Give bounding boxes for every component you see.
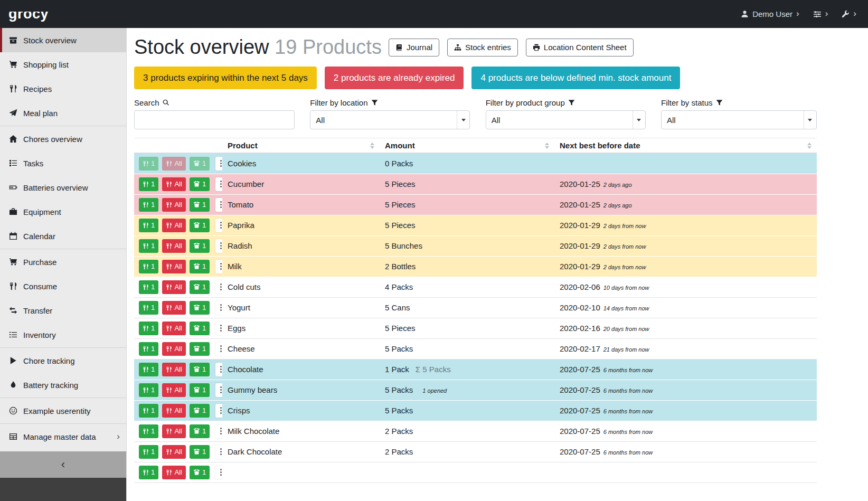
sidebar-item-recipes[interactable]: Recipes <box>0 77 126 101</box>
open-one-button[interactable]: 1 <box>190 322 210 335</box>
search-input[interactable] <box>134 110 295 129</box>
sidebar-item-chore-tracking[interactable]: Chore tracking <box>0 348 126 373</box>
sidebar-item-batteries-overview[interactable]: Batteries overview <box>0 175 126 200</box>
consume-all-button[interactable]: All <box>162 239 185 253</box>
product-group-filter-select[interactable]: All <box>486 110 646 129</box>
open-one-button[interactable]: 1 <box>190 301 210 315</box>
date-column-header[interactable]: Next best before date <box>554 138 817 154</box>
consume-one-button[interactable]: 1 <box>139 445 158 459</box>
consume-one-button[interactable]: 1 <box>139 424 158 438</box>
sidebar-item-example-userentity[interactable]: Example userentity <box>0 399 126 423</box>
stock-entries-button[interactable]: Stock entries <box>447 39 518 56</box>
sidebar-item-inventory[interactable]: Inventory <box>0 323 126 347</box>
settings-menu[interactable]: › <box>813 10 828 18</box>
open-one-button[interactable]: 1 <box>190 157 210 171</box>
user-menu[interactable]: Demo User › <box>741 10 799 18</box>
row-menu-button[interactable] <box>215 157 222 171</box>
open-one-button[interactable]: 1 <box>190 198 210 212</box>
row-menu-button[interactable] <box>215 445 222 459</box>
open-one-button[interactable]: 1 <box>190 383 210 397</box>
row-menu-button[interactable] <box>215 301 222 315</box>
sidebar-item-battery-tracking[interactable]: Battery tracking <box>0 373 126 397</box>
row-menu-button[interactable] <box>215 239 222 253</box>
sidebar-item-transfer[interactable]: Transfer <box>0 298 126 323</box>
consume-one-button[interactable]: 1 <box>139 322 158 335</box>
expiring-products-banner[interactable]: 3 products expiring within the next 5 da… <box>134 67 317 89</box>
open-one-button[interactable]: 1 <box>190 404 210 418</box>
journal-button[interactable]: Journal <box>389 39 439 56</box>
consume-all-button[interactable]: All <box>162 280 185 294</box>
consume-one-button[interactable]: 1 <box>139 157 158 171</box>
consume-all-button[interactable]: All <box>162 198 185 212</box>
sidebar-item-purchase[interactable]: Purchase <box>0 250 126 274</box>
consume-all-button[interactable]: All <box>162 177 185 191</box>
sidebar-item-meal-plan[interactable]: Meal plan <box>0 101 126 125</box>
consume-one-button[interactable]: 1 <box>139 383 158 397</box>
open-one-button[interactable]: 1 <box>190 342 210 356</box>
consume-all-button[interactable]: All <box>162 445 185 459</box>
sidebar-item-shopping-list[interactable]: Shopping list <box>0 52 126 77</box>
expired-products-banner[interactable]: 2 products are already expired <box>325 67 464 89</box>
consume-all-button[interactable]: All <box>162 219 185 232</box>
row-menu-button[interactable] <box>215 342 222 356</box>
consume-all-button[interactable]: All <box>162 363 185 376</box>
collapse-sidebar-button[interactable]: ‹ <box>0 451 126 478</box>
open-one-button[interactable]: 1 <box>190 424 210 438</box>
admin-menu[interactable]: › <box>842 10 856 18</box>
sidebar-item-consume[interactable]: Consume <box>0 274 126 298</box>
app-logo[interactable]: grocy <box>8 6 49 22</box>
consume-one-button[interactable]: 1 <box>139 404 158 418</box>
consume-all-button[interactable]: All <box>162 301 185 315</box>
sidebar-item-stock-overview[interactable]: Stock overview <box>0 28 126 52</box>
sidebar-item-tasks[interactable]: Tasks <box>0 151 126 175</box>
product-column-header[interactable]: Product <box>222 138 380 154</box>
below-min-stock-banner[interactable]: 4 products are below defined min. stock … <box>471 67 680 89</box>
consume-one-button[interactable]: 1 <box>139 466 158 479</box>
consume-one-button[interactable]: 1 <box>139 280 158 294</box>
row-menu-button[interactable] <box>215 466 222 479</box>
status-filter-select[interactable]: All <box>661 110 817 129</box>
open-one-button[interactable]: 1 <box>190 219 210 232</box>
row-menu-button[interactable] <box>215 424 222 438</box>
row-menu-button[interactable] <box>215 322 222 335</box>
row-menu-button[interactable] <box>215 198 222 212</box>
consume-all-button[interactable]: All <box>162 260 185 273</box>
row-menu-button[interactable] <box>215 280 222 294</box>
open-one-button[interactable]: 1 <box>190 260 210 273</box>
consume-one-button[interactable]: 1 <box>139 239 158 253</box>
row-menu-button[interactable] <box>215 260 222 273</box>
sidebar-item-equipment[interactable]: Equipment <box>0 200 126 224</box>
open-one-button[interactable]: 1 <box>190 280 210 294</box>
consume-one-button[interactable]: 1 <box>139 260 158 273</box>
sidebar-item-calendar[interactable]: Calendar <box>0 224 126 248</box>
consume-all-button[interactable]: All <box>162 466 185 479</box>
consume-one-button[interactable]: 1 <box>139 342 158 356</box>
amount-column-header[interactable]: Amount <box>380 138 554 154</box>
consume-one-button[interactable]: 1 <box>139 198 158 212</box>
consume-all-button[interactable]: All <box>162 383 185 397</box>
open-one-button[interactable]: 1 <box>190 363 210 376</box>
consume-all-button[interactable]: All <box>162 424 185 438</box>
open-one-button[interactable]: 1 <box>190 445 210 459</box>
open-one-button[interactable]: 1 <box>190 177 210 191</box>
consume-all-button[interactable]: All <box>162 404 185 418</box>
open-one-button[interactable]: 1 <box>190 466 210 479</box>
location-content-sheet-button[interactable]: Location Content Sheet <box>526 39 634 56</box>
location-filter-select[interactable]: All <box>310 110 470 129</box>
consume-one-button[interactable]: 1 <box>139 363 158 376</box>
consume-all-button[interactable]: All <box>162 157 185 171</box>
consume-one-button[interactable]: 1 <box>139 301 158 315</box>
row-menu-button[interactable] <box>215 404 222 418</box>
consume-all-button[interactable]: All <box>162 322 185 335</box>
sidebar-item-manage-master-data[interactable]: Manage master data› <box>0 424 126 449</box>
row-menu-button[interactable] <box>215 219 222 232</box>
row-menu-button[interactable] <box>215 177 222 191</box>
box-open-icon <box>193 222 200 229</box>
consume-one-button[interactable]: 1 <box>139 177 158 191</box>
open-one-button[interactable]: 1 <box>190 239 210 253</box>
row-menu-button[interactable] <box>215 383 222 397</box>
sidebar-item-chores-overview[interactable]: Chores overview <box>0 127 126 151</box>
consume-all-button[interactable]: All <box>162 342 185 356</box>
consume-one-button[interactable]: 1 <box>139 219 158 232</box>
row-menu-button[interactable] <box>215 363 222 376</box>
